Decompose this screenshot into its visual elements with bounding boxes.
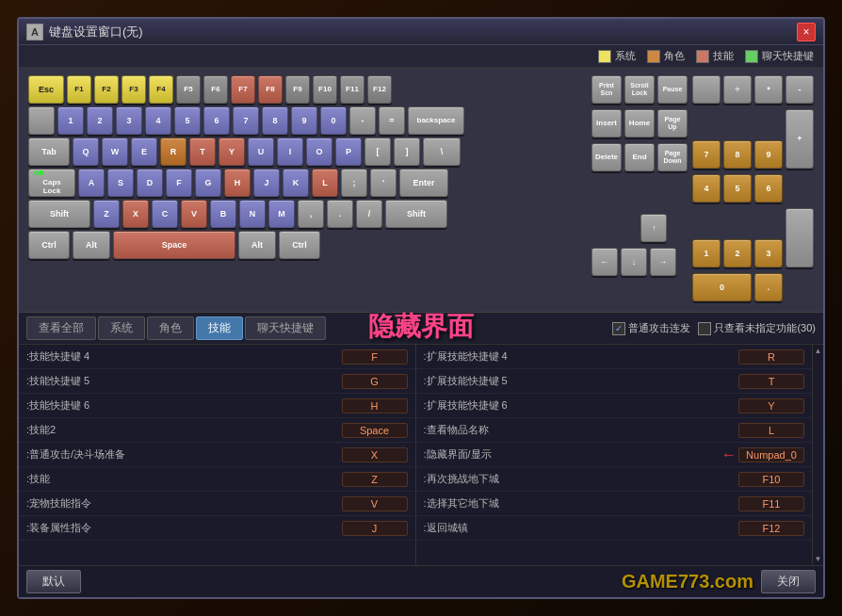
- key-space[interactable]: Space: [113, 231, 235, 259]
- key-equals[interactable]: =: [379, 106, 405, 135]
- key-v[interactable]: V: [181, 200, 207, 228]
- key-f1[interactable]: F1: [67, 75, 91, 104]
- key-num2[interactable]: 2: [723, 239, 752, 267]
- tab-chat[interactable]: 聊天快捷键: [245, 316, 326, 340]
- key-b[interactable]: B: [210, 200, 236, 228]
- key-2[interactable]: 2: [87, 106, 113, 135]
- key-numdiv[interactable]: ÷: [723, 75, 752, 104]
- key-shift-right[interactable]: Shift: [385, 200, 447, 228]
- keybind-row-r7[interactable]: :返回城镇 F12: [416, 516, 813, 541]
- key-arrow-down[interactable]: ↓: [621, 248, 647, 276]
- key-f12[interactable]: F12: [367, 75, 392, 104]
- key-enter[interactable]: Enter: [399, 169, 448, 197]
- key-num8[interactable]: 8: [723, 140, 752, 169]
- key-f[interactable]: F: [166, 169, 192, 197]
- key-g[interactable]: G: [195, 169, 221, 197]
- checkbox-unspecified[interactable]: 只查看未指定功能(30): [698, 321, 816, 335]
- key-i[interactable]: I: [277, 138, 303, 166]
- key-u[interactable]: U: [248, 138, 274, 166]
- key-num7[interactable]: 7: [692, 140, 721, 169]
- close-button[interactable]: ×: [797, 23, 816, 41]
- key-tab[interactable]: Tab: [28, 138, 70, 166]
- key-y[interactable]: Y: [219, 138, 245, 166]
- default-button[interactable]: 默认: [26, 570, 81, 593]
- keybind-row-r5[interactable]: :再次挑战地下城 F10: [416, 467, 813, 492]
- keybind-row-0[interactable]: :技能快捷键 4 F: [19, 345, 415, 369]
- key-pageup[interactable]: PageUp: [657, 109, 688, 138]
- key-num5[interactable]: 5: [723, 174, 752, 203]
- tab-view-all[interactable]: 查看全部: [26, 316, 96, 340]
- keybind-row-4[interactable]: :普通攻击/决斗场准备 X: [19, 443, 415, 467]
- key-numlock[interactable]: [692, 75, 721, 104]
- key-shift-left[interactable]: Shift: [28, 200, 90, 228]
- key-backtick[interactable]: [28, 106, 55, 135]
- keybind-row-r1[interactable]: :扩展技能快捷键 5 T: [416, 369, 813, 394]
- key-pagedown[interactable]: PageDown: [657, 143, 688, 171]
- scroll-up-arrow[interactable]: ▲: [815, 347, 822, 355]
- key-6[interactable]: 6: [203, 106, 230, 135]
- keybind-row-6[interactable]: :宠物技能指令 V: [19, 492, 415, 516]
- key-e[interactable]: E: [131, 138, 157, 166]
- key-4[interactable]: 4: [145, 106, 171, 135]
- key-period[interactable]: .: [327, 200, 353, 228]
- key-capslock[interactable]: ON CapsLock: [28, 169, 75, 197]
- key-scrolllock[interactable]: ScrollLock: [624, 75, 655, 104]
- keybind-row-7[interactable]: :装备属性指令 J: [19, 516, 415, 541]
- key-a[interactable]: A: [78, 169, 105, 197]
- key-minus[interactable]: -: [349, 106, 376, 135]
- tab-skill[interactable]: 技能: [196, 316, 243, 340]
- key-prtscn[interactable]: PrintScn: [591, 75, 622, 104]
- scrollbar[interactable]: ▲ ▼: [812, 345, 823, 565]
- key-f10[interactable]: F10: [313, 75, 337, 104]
- key-arrow-up[interactable]: ↑: [640, 214, 667, 242]
- key-r[interactable]: R: [160, 138, 186, 166]
- key-f4[interactable]: F4: [149, 75, 173, 104]
- key-8[interactable]: 8: [262, 106, 288, 135]
- key-n[interactable]: N: [239, 200, 266, 228]
- key-num0[interactable]: 0: [692, 273, 752, 301]
- key-semicolon[interactable]: ;: [341, 169, 367, 197]
- key-ctrl-right[interactable]: Ctrl: [279, 231, 320, 259]
- key-num6[interactable]: 6: [754, 174, 783, 203]
- keybind-row-r4[interactable]: :隐藏界面/显示 Numpad_0 ←: [416, 443, 813, 467]
- key-f2[interactable]: F2: [94, 75, 119, 104]
- key-end[interactable]: End: [624, 143, 655, 171]
- key-o[interactable]: O: [306, 138, 332, 166]
- key-c[interactable]: C: [152, 200, 178, 228]
- keybind-row-r0[interactable]: :扩展技能快捷键 4 R: [416, 345, 813, 369]
- key-7[interactable]: 7: [233, 106, 259, 135]
- keybind-row-r2[interactable]: :扩展技能快捷键 6 Y: [416, 394, 813, 418]
- key-p[interactable]: P: [335, 138, 362, 166]
- key-nummul[interactable]: *: [754, 75, 783, 104]
- close-bottom-button[interactable]: 关闭: [761, 570, 816, 593]
- key-comma[interactable]: ,: [298, 200, 324, 228]
- key-5[interactable]: 5: [174, 106, 201, 135]
- key-f9[interactable]: F9: [285, 75, 310, 104]
- key-lbracket[interactable]: [: [364, 138, 391, 166]
- key-numsub[interactable]: -: [785, 75, 814, 104]
- key-3[interactable]: 3: [116, 106, 142, 135]
- key-backspace[interactable]: backspace: [408, 106, 464, 135]
- checkbox-normal-attack-box[interactable]: [612, 322, 625, 335]
- key-esc[interactable]: Esc: [28, 75, 64, 104]
- key-9[interactable]: 9: [291, 106, 317, 135]
- checkbox-normal-attack[interactable]: 普通攻击连发: [612, 321, 690, 335]
- key-num4[interactable]: 4: [692, 174, 721, 203]
- keybind-row-1[interactable]: :技能快捷键 5 G: [19, 369, 415, 394]
- key-j[interactable]: J: [253, 169, 280, 197]
- key-insert[interactable]: Insert: [591, 109, 622, 138]
- key-numdot[interactable]: .: [754, 273, 783, 301]
- key-m[interactable]: M: [268, 200, 295, 228]
- key-f5[interactable]: F5: [176, 75, 201, 104]
- key-quote[interactable]: ': [370, 169, 397, 197]
- key-slash[interactable]: /: [356, 200, 382, 228]
- keybind-row-3[interactable]: :技能2 Space: [19, 418, 415, 443]
- keybind-row-r6[interactable]: :选择其它地下城 F11: [416, 492, 813, 516]
- key-q[interactable]: Q: [73, 138, 99, 166]
- tab-role[interactable]: 角色: [147, 316, 194, 340]
- key-num1[interactable]: 1: [692, 239, 721, 267]
- key-s[interactable]: S: [107, 169, 134, 197]
- key-num9[interactable]: 9: [754, 140, 783, 169]
- key-home[interactable]: Home: [624, 109, 655, 138]
- key-f11[interactable]: F11: [340, 75, 364, 104]
